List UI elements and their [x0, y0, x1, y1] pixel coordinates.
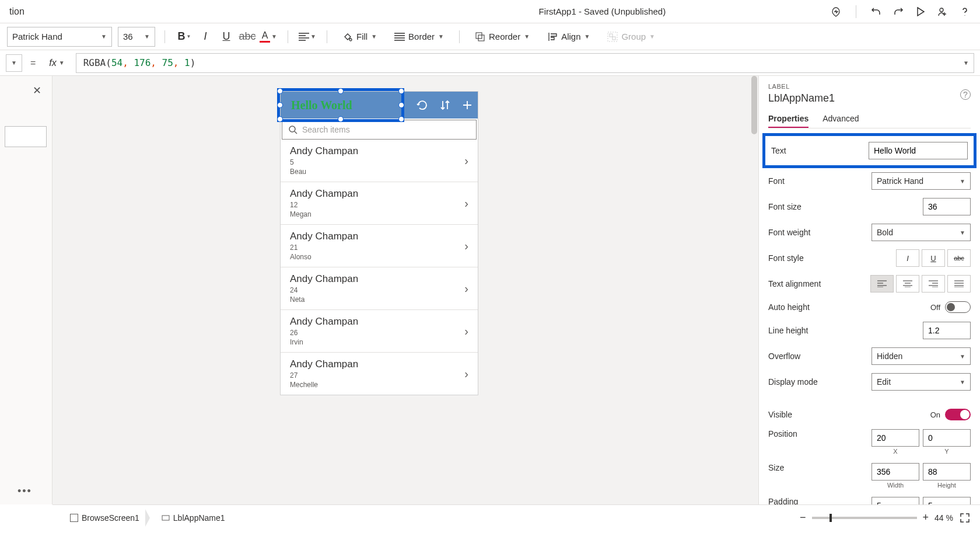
text-align-button[interactable]: ▼ — [298, 27, 317, 47]
list-item-subtitle: Beau — [290, 168, 358, 176]
list-item-name: Andy Champan — [290, 145, 358, 157]
property-tabs: Properties Advanced — [768, 110, 971, 128]
formula-bar: ▼ = fx ▼ RGBA(54, 176, 75, 1) ▼ — [0, 50, 980, 76]
list-item[interactable]: Andy Champan 27 Mechelle › — [281, 352, 478, 395]
chevron-down-icon: ▼ — [438, 33, 444, 40]
close-panel-icon[interactable]: ✕ — [33, 84, 41, 97]
canvas[interactable]: Hello World Search items Andy Champan 5 … — [52, 76, 758, 504]
play-icon[interactable] — [915, 6, 926, 18]
list-item[interactable]: Andy Champan 21 Alonso › — [281, 224, 478, 267]
underline-toggle[interactable]: U — [922, 249, 945, 267]
list-item[interactable]: Andy Champan 24 Neta › — [281, 267, 478, 309]
align-justify-button[interactable] — [947, 275, 971, 293]
padding-bottom-input[interactable] — [923, 497, 971, 504]
fontstyle-property-row: Font style I U abc — [768, 245, 971, 271]
italic-toggle[interactable]: I — [896, 249, 919, 267]
search-box[interactable]: Search items — [282, 120, 477, 140]
size-height-input[interactable] — [923, 463, 971, 481]
reorder-button[interactable]: Reorder ▼ — [469, 32, 536, 42]
more-options-button[interactable]: ••• — [18, 485, 32, 497]
text-input[interactable] — [869, 142, 968, 159]
share-icon[interactable] — [937, 6, 949, 18]
fontweight-select[interactable]: Bold▼ — [872, 224, 971, 241]
add-icon[interactable] — [461, 99, 473, 111]
bold-button[interactable]: B▼ — [174, 27, 194, 47]
underline-button[interactable]: U — [216, 27, 236, 47]
chevron-right-icon[interactable]: › — [464, 325, 468, 338]
tab-properties[interactable]: Properties — [768, 110, 808, 128]
list-item[interactable]: Andy Champan 26 Irvin › — [281, 309, 478, 352]
list-item[interactable]: Andy Champan 12 Megan › — [281, 182, 478, 224]
textalign-label: Text alignment — [768, 279, 821, 288]
fit-to-screen-button[interactable] — [959, 512, 971, 524]
left-panel-input[interactable] — [5, 126, 47, 147]
formula-input[interactable]: RGBA(54, 176, 75, 1) ▼ — [76, 53, 974, 73]
padding-top-input[interactable] — [872, 497, 919, 504]
sort-icon[interactable] — [439, 99, 451, 111]
italic-button[interactable]: I — [195, 27, 215, 47]
zoom-pct-suffix: % — [946, 513, 953, 523]
visible-toggle[interactable] — [945, 409, 971, 420]
strikethrough-button[interactable]: abc — [237, 27, 257, 47]
properties-panel: LABEL LblAppName1 ? Properties Advanced … — [758, 76, 980, 504]
list-item-meta: Andy Champan 12 Megan — [290, 188, 358, 218]
fill-button[interactable]: Fill ▼ — [337, 32, 383, 42]
chevron-down-icon: ▼ — [144, 33, 150, 40]
property-dropdown[interactable]: ▼ — [6, 54, 22, 72]
font-size-select[interactable]: 36 ▼ — [118, 27, 155, 47]
displaymode-property-row: Display mode Edit▼ — [768, 369, 971, 395]
font-color-button[interactable]: A ▼ — [258, 27, 278, 47]
position-label: Position — [768, 429, 797, 438]
chevron-right-icon[interactable]: › — [464, 367, 468, 381]
refresh-icon[interactable] — [416, 99, 429, 112]
info-icon[interactable]: ? — [960, 89, 971, 100]
scrollbar-thumb[interactable] — [751, 76, 757, 134]
redo-icon[interactable] — [892, 6, 904, 18]
chevron-right-icon[interactable]: › — [464, 282, 468, 295]
undo-icon[interactable] — [870, 6, 882, 18]
align-button[interactable]: Align ▼ — [541, 32, 596, 42]
fontsize-property-row: Font size — [768, 194, 971, 220]
chevron-right-icon[interactable]: › — [464, 197, 468, 210]
fx-button[interactable]: fx ▼ — [44, 57, 69, 69]
zoom-out-button[interactable]: − — [800, 511, 806, 524]
align-left-button[interactable] — [870, 275, 894, 293]
breadcrumb-screen[interactable]: BrowseScreen1 — [62, 509, 145, 527]
text-label: Text — [771, 146, 786, 155]
position-x-caption: X — [893, 448, 897, 455]
position-property-row: Position X Y — [768, 425, 971, 459]
list-item-name: Andy Champan — [290, 358, 358, 370]
size-width-input[interactable] — [872, 463, 919, 481]
zoom-in-button[interactable]: + — [923, 511, 929, 524]
position-y-input[interactable] — [923, 429, 971, 447]
align-right-button[interactable] — [922, 275, 945, 293]
lineheight-input[interactable] — [923, 322, 971, 339]
canvas-scrollbar[interactable] — [750, 76, 758, 504]
font-select[interactable]: Patrick Hand▼ — [872, 172, 971, 190]
list-item-id: 24 — [290, 286, 358, 294]
overflow-select[interactable]: Hidden▼ — [872, 347, 971, 365]
selection-box[interactable] — [277, 88, 404, 122]
breadcrumb-control[interactable]: LblAppName1 — [153, 509, 231, 527]
expand-formula-icon[interactable]: ▼ — [964, 60, 968, 66]
tab-advanced[interactable]: Advanced — [822, 110, 859, 128]
help-icon[interactable] — [959, 6, 971, 18]
svg-rect-5 — [612, 37, 615, 40]
chevron-right-icon[interactable]: › — [464, 154, 468, 168]
position-x-input[interactable] — [872, 429, 919, 447]
strikethrough-toggle[interactable]: abc — [947, 249, 971, 267]
health-check-icon[interactable] — [830, 6, 842, 18]
fontsize-input[interactable] — [923, 198, 971, 215]
font-family-select[interactable]: Patrick Hand ▼ — [7, 27, 112, 47]
list-item[interactable]: Andy Champan 5 Beau › — [281, 140, 478, 182]
fontstyle-buttons: I U abc — [896, 249, 971, 267]
zoom-percent: 44 — [935, 513, 944, 523]
border-button[interactable]: Border ▼ — [388, 32, 450, 41]
chevron-right-icon[interactable]: › — [464, 239, 468, 253]
zoom-slider[interactable] — [812, 517, 917, 519]
displaymode-select[interactable]: Edit▼ — [872, 373, 971, 391]
fontweight-property-row: Font weight Bold▼ — [768, 220, 971, 245]
size-width-caption: Width — [887, 482, 904, 489]
align-center-button[interactable] — [896, 275, 919, 293]
autoheight-toggle[interactable] — [945, 301, 971, 313]
